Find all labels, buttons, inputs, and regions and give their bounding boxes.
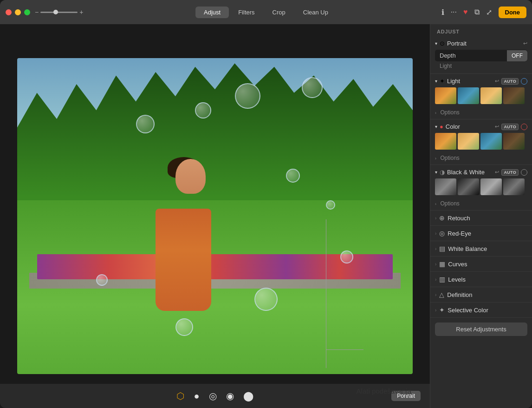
bw-thumb-1[interactable]	[435, 178, 456, 195]
photo-area: ⬡ ● ◎ ◉ ⬤ Portrait	[0, 24, 430, 408]
curves-icon: ▦	[439, 260, 445, 268]
tab-filters[interactable]: Filters	[230, 7, 263, 18]
depth-row: Depth OFF	[435, 50, 527, 61]
tool-icon-4[interactable]: ⬤	[243, 390, 253, 401]
light-section-title: Light	[447, 78, 493, 85]
redeye-title: Red-Eye	[448, 230, 527, 237]
redeye-section[interactable]: › ◎ Red-Eye	[430, 226, 532, 241]
depth-off-badge[interactable]: OFF	[507, 50, 527, 61]
tool-icon-3[interactable]: ◉	[226, 390, 234, 401]
panel-scroll[interactable]: ▾ ⊙ Portrait ↩ Depth OFF Light ▾ ✦	[430, 37, 532, 408]
levels-section[interactable]: › ▥ Levels	[430, 272, 532, 287]
bw-chevron-icon: ▾	[435, 170, 437, 175]
bw-section-title: Black & White	[447, 169, 493, 176]
portrait-section-row[interactable]: ▾ ⊙ Portrait ↩	[435, 40, 527, 47]
bubble-8	[175, 318, 193, 336]
definition-section[interactable]: › △ Definition	[430, 287, 532, 303]
bw-section-header[interactable]: ▾ ◑ Black & White ↩ AUTO	[430, 165, 532, 178]
portrait-mode-icon[interactable]: ⬡	[176, 390, 184, 401]
portrait-section-title: Portrait	[447, 40, 521, 47]
levels-chevron-icon: ›	[435, 277, 436, 282]
done-button[interactable]: Done	[499, 7, 527, 18]
info-icon[interactable]: ℹ	[441, 8, 444, 17]
color-reset-icon[interactable]: ↩	[495, 124, 499, 130]
duplicate-icon[interactable]: ⧉	[474, 8, 480, 16]
bw-options-chevron-icon: ›	[435, 202, 436, 206]
bw-section: ▾ ◑ Black & White ↩ AUTO ›	[430, 165, 532, 211]
whitebalance-section[interactable]: › ▤ White Balance	[430, 241, 532, 257]
tab-cleanup[interactable]: Clean Up	[295, 7, 337, 18]
brightness-slider[interactable]	[40, 12, 78, 13]
light-thumb-2[interactable]	[458, 87, 479, 104]
color-thumb-3[interactable]	[480, 133, 502, 150]
bw-thumb-2[interactable]	[458, 178, 479, 195]
flower-bed-layer	[37, 254, 393, 279]
color-options-row[interactable]: › Options	[430, 152, 532, 165]
bw-adjust-circle[interactable]	[521, 169, 527, 176]
brightness-increase-icon[interactable]: +	[79, 8, 83, 16]
app-window: Kliknite za podešavanja, primjenu filtar…	[0, 0, 532, 408]
portrait-section: ▾ ⊙ Portrait ↩ Depth OFF Light	[430, 37, 532, 74]
light-thumb-1[interactable]	[435, 87, 456, 104]
portrait-label-button[interactable]: Portrait	[391, 391, 421, 401]
tool-icon-2[interactable]: ◎	[209, 390, 217, 401]
bw-reset-icon[interactable]: ↩	[495, 169, 499, 175]
light-options-row[interactable]: › Options	[430, 107, 532, 119]
bw-thumb-4[interactable]	[503, 178, 525, 195]
tab-adjust[interactable]: Adjust	[195, 7, 229, 18]
tool-icon-1[interactable]: ●	[194, 391, 199, 401]
color-options-chevron-icon: ›	[435, 156, 436, 161]
reset-adjustments-button[interactable]: Reset Adjustments	[435, 322, 527, 336]
redeye-icon: ◎	[439, 230, 445, 237]
definition-title: Definition	[447, 291, 527, 298]
panel-header: ADJUST	[430, 24, 532, 37]
main-content: ⬡ ● ◎ ◉ ⬤ Portrait ADJUST ▾ ⊙ Portrait ↩	[0, 24, 532, 408]
brightness-decrease-icon[interactable]: −	[35, 8, 39, 16]
portrait-chevron-icon: ▾	[435, 41, 437, 46]
girl-head	[175, 159, 206, 194]
whitebalance-chevron-icon: ›	[435, 246, 436, 251]
bottom-toolbar: ⬡ ● ◎ ◉ ⬤ Portrait	[0, 384, 430, 408]
girl-body	[156, 209, 211, 311]
color-auto-badge[interactable]: AUTO	[501, 124, 519, 130]
bw-auto-badge[interactable]: AUTO	[501, 169, 519, 176]
bubble-2	[136, 115, 155, 133]
portrait-reset-icon[interactable]: ↩	[523, 40, 527, 46]
color-adjust-circle[interactable]	[521, 124, 527, 130]
selectivecolor-title: Selective Color	[448, 307, 527, 314]
light-thumb-4[interactable]	[503, 87, 525, 104]
color-thumb-1[interactable]	[435, 133, 456, 150]
portrait-light-subrow: Light	[435, 61, 527, 71]
selectivecolor-section[interactable]: › ✦ Selective Color	[430, 303, 532, 318]
light-thumb-3[interactable]	[480, 87, 502, 104]
color-thumb-2[interactable]	[458, 133, 479, 150]
light-sun-icon: ✦	[440, 78, 445, 85]
light-auto-badge[interactable]: AUTO	[501, 78, 519, 85]
bw-thumb-3[interactable]	[480, 178, 502, 195]
depth-label: Depth	[435, 50, 507, 61]
bubble-10	[340, 250, 353, 263]
light-reset-icon[interactable]: ↩	[495, 78, 499, 84]
more-icon[interactable]: ···	[451, 8, 457, 16]
crop-toolbar-icon[interactable]: ⤢	[486, 8, 492, 17]
light-circle-icon[interactable]	[521, 78, 527, 85]
light-chevron-icon: ▾	[435, 79, 437, 84]
curves-title: Curves	[448, 261, 527, 268]
heart-icon[interactable]: ♥	[463, 8, 468, 16]
bw-options-row[interactable]: › Options	[430, 198, 532, 210]
definition-chevron-icon: ›	[435, 292, 436, 297]
tab-crop[interactable]: Crop	[264, 7, 294, 18]
whitebalance-title: White Balance	[448, 245, 527, 252]
retouch-section[interactable]: › ⊕ Retouch	[430, 211, 532, 226]
traffic-lights	[6, 9, 30, 15]
color-thumb-4[interactable]	[503, 133, 525, 150]
light-section-header[interactable]: ▾ ✦ Light ↩ AUTO	[430, 74, 532, 86]
minimize-button[interactable]	[15, 9, 21, 15]
maximize-button[interactable]	[24, 9, 30, 15]
retouch-icon: ⊕	[439, 214, 445, 222]
toolbar-tabs: Adjust Filters Crop Clean Up	[195, 7, 337, 18]
close-button[interactable]	[6, 9, 12, 15]
color-section-header[interactable]: ▾ ● Color ↩ AUTO	[430, 119, 532, 132]
bubble-6	[254, 288, 278, 311]
curves-section[interactable]: › ▦ Curves	[430, 257, 532, 272]
